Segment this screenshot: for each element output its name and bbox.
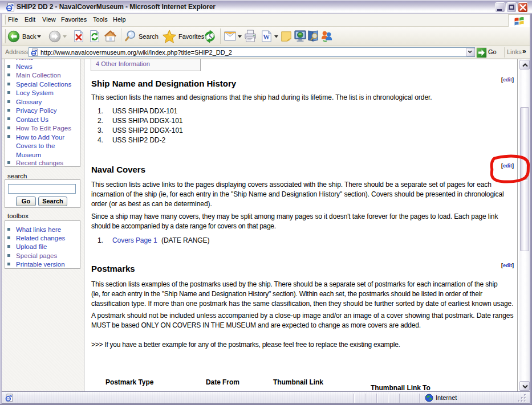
svg-text:W: W xyxy=(263,34,270,41)
